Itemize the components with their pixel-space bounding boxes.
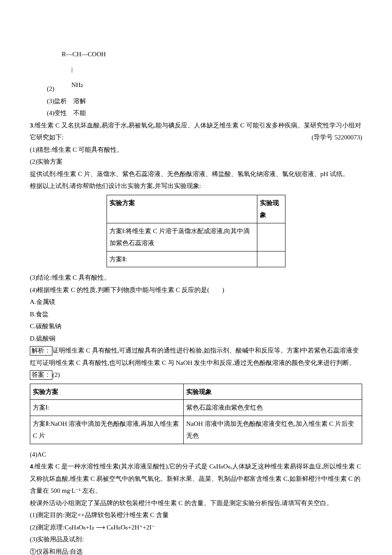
q3-option-c: C.碳酸氢钠 <box>30 320 362 332</box>
table-row: 方案Ⅱ:NaOH 溶液中滴加无色酚酞溶液,再加入维生素 C 片 <box>30 416 184 444</box>
q4-part2-formula: C₆H₈O₆+I₂ ⟶ C₆H₆O₆+2H⁺+2I⁻ <box>65 524 155 531</box>
table-row: 紫色石蕊溶液由紫色变红色 <box>184 400 362 416</box>
table-header-scheme: 实验方案 <box>30 384 184 400</box>
table-header-phenomenon: 实验现象 <box>257 195 285 223</box>
q4-para2: 校课外活动小组测定了某品牌的软包装橙汁中维生素 C 的含量。下面是测定实验分析报… <box>30 497 362 509</box>
analysis-text: 证明维生素 C 具有酸性,可通过酸具有的通性进行检验,如指示剂、酸碱中和反应等。… <box>30 347 359 366</box>
q3-analysis: 解析：证明维生素 C 具有酸性,可通过酸具有的通性进行检验,如指示剂、酸碱中和反… <box>30 344 362 369</box>
table-cell-blank <box>257 251 285 267</box>
q2-structural-formula: R—CH—COOH | NH₂ <box>30 43 362 89</box>
q3-answer-line: 答案：(2) <box>30 369 362 381</box>
q3-part2-label: (2)实验方案 <box>30 156 362 168</box>
table-row: NaOH 溶液中滴加无色酚酞溶液变红色,加入维生素 C 片后变无色 <box>184 416 362 444</box>
formula-line3: NH₂ <box>62 81 83 88</box>
q4-part2: (2)测定原理:C₆H₈O₆+I₂ ⟶ C₆H₆O₆+2H⁺+2I⁻ <box>30 521 362 534</box>
q4-part1: (1)测定目的:测定××品牌软包装橙汁维生素 C 含量 <box>30 509 362 521</box>
q4-part3a: ①仪器和用品:自选 <box>30 546 362 555</box>
table-header-scheme: 实验方案 <box>107 195 257 223</box>
q3-part4: (4)根据维生素 C 的性质,判断下列物质中能与维生素 C 反应的是( ) <box>30 284 362 296</box>
q4-number: 4 <box>30 463 33 470</box>
q3-option-d: D.硫酸铜 <box>30 332 362 345</box>
analysis-label: 解析： <box>30 346 52 356</box>
table-row: 方案Ⅰ: <box>30 400 184 416</box>
q3-part1: (1)猜想:维生素 C 可能具有酸性。 <box>30 144 362 156</box>
q4-intro: .维生素 C 是一种水溶性维生素(其水溶液呈酸性),它的分子式是 C₆H₈O₆,… <box>30 463 361 494</box>
q3-part2-reagents: 提供试剂:维生素 C 片、蒸馏水、紫色石蕊溶液、无色酚酞溶液、稀盐酸、氢氧化钠溶… <box>30 168 362 180</box>
q3-answer-4: (4)AC <box>30 448 362 461</box>
table-header-phenomenon: 实验现象 <box>184 384 362 400</box>
table-cell-blank <box>257 223 285 251</box>
formula-line1: R—CH—COOH <box>62 51 106 58</box>
q4-part3: (3)实验用品及试剂: <box>30 533 362 546</box>
q4-part2-label: (2)测定原理: <box>30 524 65 531</box>
q3-part2-instruction: 根据以上试剂,请你帮助他们设计出实验方案,并写出实验现象: <box>30 180 362 192</box>
q3-number: 3 <box>30 122 33 129</box>
answer-prefix: (2) <box>52 371 60 378</box>
table-row: 方案Ⅰ:将维生素 C 片溶于蒸馏水配成溶液,向其中滴加紫色石蕊溶液 <box>107 223 257 251</box>
q2-label-2: (2) <box>47 85 55 92</box>
table-row: 方案Ⅱ: <box>107 251 257 267</box>
q2-answer-4: (4)变性 不能 <box>30 107 362 119</box>
q3-option-a: A.金属镁 <box>30 296 362 308</box>
formula-line2: | <box>62 66 73 73</box>
q3-scheme-table-answer: 实验方案 实验现象 方案Ⅰ: 紫色石蕊溶液由紫色变红色 方案Ⅱ:NaOH 溶液中… <box>30 384 362 444</box>
q3-option-b: B.食盐 <box>30 308 362 321</box>
answer-label: 答案： <box>30 370 52 380</box>
q3-scheme-table-blank: 实验方案 实验现象 方案Ⅰ:将维生素 C 片溶于蒸馏水配成溶液,向其中滴加紫色石… <box>107 195 285 268</box>
q2-answer-3: (3)盐析 溶解 <box>30 95 362 107</box>
q3-reference: (导学号 52200073) <box>311 131 362 144</box>
q3-part3: (3)结论:维生素 C 具有酸性。 <box>30 272 362 284</box>
